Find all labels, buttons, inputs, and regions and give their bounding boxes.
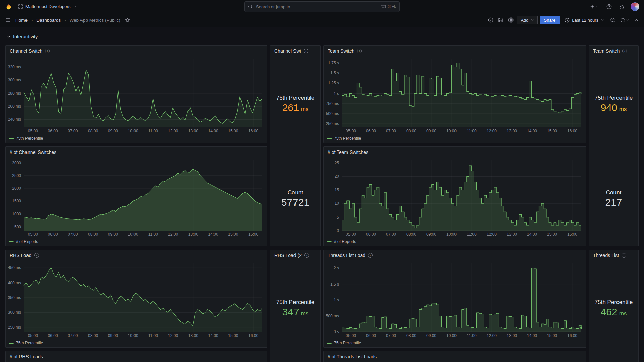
svg-text:5: 5 — [337, 215, 339, 220]
panel-header[interactable]: # of RHS Loads — [6, 351, 267, 362]
svg-text:12:00: 12:00 — [487, 333, 497, 338]
svg-text:09:00: 09:00 — [426, 232, 436, 237]
legend-label: 75th Percentile — [334, 341, 361, 345]
row-interactivity[interactable]: Interactivity — [7, 32, 38, 41]
legend-swatch — [9, 241, 14, 242]
dashboard-settings-button[interactable] — [507, 16, 515, 24]
grafana-logo[interactable] — [5, 3, 13, 11]
svg-text:20: 20 — [335, 174, 339, 179]
svg-text:13:00: 13:00 — [507, 129, 517, 133]
news-button[interactable] — [618, 3, 626, 11]
breadcrumb-dashboards[interactable]: Dashboards — [35, 17, 62, 23]
panel-channel-switch-count: # of Channel Switches 05:0006:0007:0008:… — [5, 146, 267, 246]
stat-label: Count — [288, 189, 303, 196]
search-input[interactable] — [255, 4, 378, 10]
panel-header[interactable]: RHS Load (2 i — [270, 250, 320, 261]
org-switcher[interactable]: Mattermost Developers — [16, 3, 79, 10]
panel-header[interactable]: Threads List i — [589, 250, 638, 261]
chart-legend[interactable]: 75th Percentile — [6, 339, 267, 347]
panel-header[interactable]: # of Channel Switches — [6, 147, 267, 158]
chart-legend[interactable]: 75th Percentile — [324, 339, 586, 347]
legend-swatch — [327, 343, 332, 344]
info-icon[interactable]: i — [304, 49, 308, 53]
panel-team-switch-count: # of Team Switches 05:0006:0007:0008:000… — [323, 146, 586, 246]
timeseries-chart[interactable]: 05:0006:0007:0008:0009:0010:0011:0012:00… — [6, 261, 266, 339]
favorite-button[interactable] — [124, 16, 131, 24]
chevron-down-icon — [596, 5, 599, 8]
panel-team-switch-stat: Team Switch i 75th Percentile 940ms Coun… — [589, 45, 639, 246]
dashboard-toolbar: Home › Dashboards › Web App Metrics (Pub… — [0, 13, 644, 27]
chart-legend[interactable]: 75th Percentile — [324, 134, 586, 143]
help-button[interactable] — [605, 3, 613, 11]
legend-swatch — [327, 138, 332, 139]
panel-header[interactable]: Channel Switch i — [6, 46, 267, 56]
svg-text:06:00: 06:00 — [366, 333, 376, 338]
svg-text:08:00: 08:00 — [88, 232, 98, 237]
panel-title: # of RHS Loads — [10, 354, 43, 359]
svg-text:14:00: 14:00 — [527, 129, 537, 133]
timeseries-chart[interactable]: 05:0006:0007:0008:0009:0010:0011:0012:00… — [324, 158, 585, 237]
svg-text:2 s: 2 s — [334, 266, 339, 270]
info-icon[interactable]: i — [45, 49, 50, 53]
hamburger-icon — [5, 17, 11, 23]
dashboard-insights-button[interactable] — [487, 16, 495, 24]
panel-header[interactable]: Team Switch i — [324, 46, 586, 56]
legend-label: # of Reports — [16, 239, 38, 244]
mega-menu-toggle[interactable] — [4, 16, 12, 24]
svg-text:10:00: 10:00 — [128, 333, 138, 338]
svg-text:1500: 1500 — [12, 199, 21, 203]
svg-text:05:00: 05:00 — [346, 129, 356, 133]
refresh-button[interactable] — [619, 16, 631, 24]
search-bar[interactable]: ⌘+k — [244, 1, 400, 12]
save-dashboard-button[interactable] — [497, 16, 505, 24]
keyboard-shortcut: ⌘+k — [381, 4, 396, 9]
panel-header[interactable]: Team Switch i — [589, 46, 638, 56]
stat-value: 261ms — [282, 102, 309, 113]
panel-title: RHS Load — [10, 253, 32, 258]
share-button[interactable]: Share — [540, 16, 560, 24]
svg-text:05:00: 05:00 — [28, 333, 38, 338]
add-new-button[interactable] — [588, 3, 600, 11]
panel-header[interactable]: Threads List Load i — [324, 250, 586, 261]
svg-text:06:00: 06:00 — [48, 129, 58, 133]
legend-label: 75th Percentile — [16, 341, 43, 345]
panel-header[interactable]: Channel Swi i — [270, 46, 320, 56]
stat-75th-percentile: 75th Percentile 462ms — [589, 261, 638, 356]
svg-text:0 s: 0 s — [334, 329, 339, 334]
zoom-out-button[interactable] — [609, 16, 617, 24]
svg-text:10: 10 — [335, 201, 339, 206]
info-icon[interactable]: i — [34, 253, 39, 258]
timeseries-chart[interactable]: 05:0006:0007:0008:0009:0010:0011:0012:00… — [6, 158, 266, 237]
svg-text:12:00: 12:00 — [168, 333, 178, 338]
add-panel-button[interactable]: Add — [517, 16, 537, 24]
chart-legend[interactable]: # of Reports — [324, 237, 586, 246]
svg-text:1.5 s: 1.5 s — [330, 71, 339, 75]
svg-text:300 ms: 300 ms — [8, 78, 21, 82]
panel-header[interactable]: # of Team Switches — [324, 147, 586, 158]
svg-text:300 ms: 300 ms — [8, 310, 21, 315]
stat-label: 75th Percentile — [595, 95, 633, 101]
info-icon[interactable]: i — [622, 253, 626, 258]
svg-text:450 ms: 450 ms — [8, 265, 21, 270]
timeseries-chart[interactable]: 05:0006:0007:0008:0009:0010:0011:0012:00… — [324, 261, 585, 339]
svg-text:12:00: 12:00 — [168, 232, 178, 237]
info-icon[interactable]: i — [622, 49, 627, 53]
info-icon[interactable]: i — [304, 253, 309, 258]
timeseries-chart[interactable]: 05:0006:0007:0008:0009:0010:0011:0012:00… — [6, 56, 266, 134]
info-icon[interactable]: i — [357, 49, 362, 53]
breadcrumb-home[interactable]: Home — [14, 17, 29, 23]
info-icon[interactable]: i — [368, 253, 373, 258]
chart-legend[interactable]: 75th Percentile — [6, 134, 267, 143]
collapse-toolbar-button[interactable] — [633, 16, 640, 24]
panel-threads-list-load: Threads List Load i 05:0006:0007:0008:00… — [323, 250, 586, 348]
panel-header[interactable]: # of Threads List Loads — [324, 351, 586, 362]
time-range-picker[interactable]: Last 12 hours — [562, 16, 607, 24]
svg-text:500 ms: 500 ms — [326, 314, 339, 318]
timeseries-chart[interactable]: 05:0006:0007:0008:0009:0010:0011:0012:00… — [324, 56, 585, 134]
panel-title: Channel Switch — [10, 48, 42, 54]
panel-title: # of Channel Switches — [10, 149, 56, 155]
svg-text:16:00: 16:00 — [248, 129, 258, 133]
user-avatar[interactable] — [631, 2, 639, 11]
panel-header[interactable]: RHS Load i — [6, 250, 267, 261]
chart-legend[interactable]: # of Reports — [6, 237, 267, 246]
